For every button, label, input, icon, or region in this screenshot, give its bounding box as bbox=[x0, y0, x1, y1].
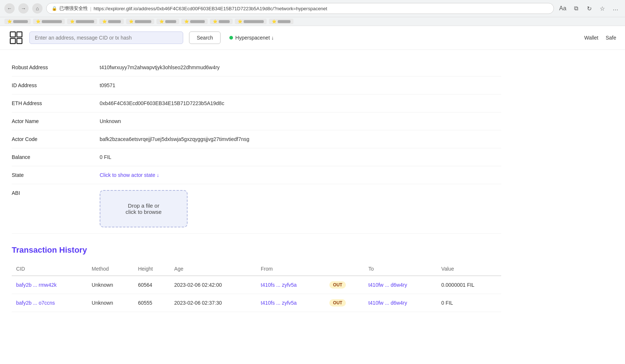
id-address-value: t09571 bbox=[100, 82, 115, 88]
search-input[interactable] bbox=[29, 31, 183, 44]
col-cid: CID bbox=[12, 262, 87, 276]
network-selector[interactable]: Hyperspacenet ↓ bbox=[229, 35, 274, 41]
bookmark-1[interactable]: ⭐ bbox=[4, 19, 31, 24]
address-info-table: Robust Address t410fwrxuyy7m2ahwapvtjyk3… bbox=[12, 59, 501, 234]
extensions-button[interactable]: ⧉ bbox=[571, 3, 581, 14]
tx-to[interactable]: t410fw ... d6w4ry bbox=[364, 294, 437, 312]
tx-method: Unknown bbox=[87, 294, 133, 312]
robust-address-row: Robust Address t410fwrxuyy7m2ahwapvtjyk3… bbox=[12, 59, 501, 77]
tx-cid[interactable]: bafy2b ... o7ccns bbox=[12, 294, 87, 312]
id-address-label: ID Address bbox=[12, 82, 85, 88]
abi-dropzone[interactable]: Drop a file or click to browse bbox=[100, 190, 188, 227]
actor-name-label: Actor Name bbox=[12, 118, 85, 124]
bookmarks-bar: ⭐ ⭐ ⭐ ⭐ ⭐ ⭐ ⭐ ⭐ ⭐ ⭐ bbox=[0, 17, 625, 26]
col-value: Value bbox=[437, 262, 501, 276]
state-row: State Click to show actor state ↓ bbox=[12, 166, 501, 184]
table-row: bafy2b ... o7ccns Unknown 60555 2023-02-… bbox=[12, 294, 501, 312]
app-header: Search Hyperspacenet ↓ Wallet Safe bbox=[0, 26, 625, 50]
main-content: Robust Address t410fwrxuyy7m2ahwapvtjyk3… bbox=[0, 50, 513, 321]
url-bar[interactable]: 🔒 已增强安全性 | https://explorer.glif.io/addr… bbox=[46, 3, 554, 14]
state-link[interactable]: Click to show actor state ↓ bbox=[100, 172, 159, 178]
forward-button[interactable]: → bbox=[18, 3, 29, 14]
svg-rect-0 bbox=[10, 32, 15, 37]
eth-address-value: 0xb46F4C63Ecd00F603EB34E15B71D7223b5A19d… bbox=[100, 100, 224, 106]
abi-dropzone-text: Drop a file or click to browse bbox=[126, 203, 162, 215]
tx-from[interactable]: t410fs ... zyfv5a bbox=[256, 276, 325, 294]
actor-name-value: Unknown bbox=[100, 118, 121, 124]
balance-label: Balance bbox=[12, 154, 85, 160]
actor-code-label: Actor Code bbox=[12, 136, 85, 142]
tx-age: 2023-02-06 02:37:30 bbox=[170, 294, 256, 312]
bookmark-5[interactable]: ⭐ bbox=[126, 19, 154, 24]
refresh-button[interactable]: ↻ bbox=[584, 3, 594, 14]
favorites-button[interactable]: ☆ bbox=[597, 3, 607, 14]
tx-height: 60555 bbox=[134, 294, 170, 312]
tx-direction: OUT bbox=[325, 276, 364, 294]
search-button[interactable]: Search bbox=[189, 31, 221, 44]
tx-direction: OUT bbox=[325, 294, 364, 312]
col-direction bbox=[325, 262, 364, 276]
tx-method: Unknown bbox=[87, 276, 133, 294]
balance-value: 0 FIL bbox=[100, 154, 111, 160]
bookmark-8[interactable]: ⭐ bbox=[210, 19, 233, 24]
svg-rect-3 bbox=[17, 38, 22, 44]
robust-address-value: t410fwrxuyy7m2ahwapvtjyk3ohlseo22dhmmud6… bbox=[100, 64, 220, 70]
header-nav-links: Wallet Safe bbox=[584, 35, 616, 41]
browser-action-buttons: Aa ⧉ ↻ ☆ … bbox=[558, 3, 621, 14]
security-label: 已增强安全性 bbox=[59, 5, 88, 12]
translate-button[interactable]: Aa bbox=[558, 3, 568, 14]
id-address-row: ID Address t09571 bbox=[12, 77, 501, 94]
col-to: To bbox=[364, 262, 437, 276]
state-label: State bbox=[12, 172, 85, 178]
actor-code-row: Actor Code bafk2bzacea6etsvrqejjl7uej5dx… bbox=[12, 130, 501, 148]
safe-link[interactable]: Safe bbox=[606, 35, 616, 41]
network-name: Hyperspacenet ↓ bbox=[235, 35, 274, 41]
robust-address-label: Robust Address bbox=[12, 64, 85, 70]
col-from: From bbox=[256, 262, 325, 276]
bookmark-6[interactable]: ⭐ bbox=[156, 19, 179, 24]
network-status-dot bbox=[229, 36, 233, 40]
tx-value: 0 FIL bbox=[437, 294, 501, 312]
bookmark-9[interactable]: ⭐ bbox=[235, 19, 267, 24]
abi-row: ABI Drop a file or click to browse bbox=[12, 184, 501, 234]
abi-label: ABI bbox=[12, 190, 85, 196]
direction-badge: OUT bbox=[329, 299, 346, 307]
wallet-link[interactable]: Wallet bbox=[584, 35, 598, 41]
direction-badge: OUT bbox=[329, 281, 346, 289]
bookmark-10[interactable]: ⭐ bbox=[269, 19, 293, 24]
svg-rect-2 bbox=[10, 38, 15, 44]
transaction-history-title: Transaction History bbox=[12, 245, 501, 255]
table-row: bafy2b ... rmw42k Unknown 60564 2023-02-… bbox=[12, 276, 501, 294]
security-icon: 🔒 bbox=[52, 6, 57, 11]
logo[interactable] bbox=[9, 30, 23, 45]
bookmark-3[interactable]: ⭐ bbox=[67, 19, 97, 24]
bookmark-7[interactable]: ⭐ bbox=[181, 19, 208, 24]
tx-height: 60564 bbox=[134, 276, 170, 294]
transaction-history-section: Transaction History CID Method Height Ag… bbox=[12, 245, 501, 312]
col-height: Height bbox=[134, 262, 170, 276]
actor-name-row: Actor Name Unknown bbox=[12, 112, 501, 130]
eth-address-row: ETH Address 0xb46F4C63Ecd00F603EB34E15B7… bbox=[12, 94, 501, 112]
svg-rect-1 bbox=[17, 32, 22, 37]
home-button[interactable]: ⌂ bbox=[32, 3, 42, 14]
menu-button[interactable]: … bbox=[610, 3, 621, 14]
back-button[interactable]: ← bbox=[4, 3, 15, 14]
tx-value: 0.0000001 FIL bbox=[437, 276, 501, 294]
col-age: Age bbox=[170, 262, 256, 276]
balance-row: Balance 0 FIL bbox=[12, 148, 501, 166]
browser-chrome: ← → ⌂ 🔒 已增强安全性 | https://explorer.glif.i… bbox=[0, 0, 625, 17]
actor-code-value: bafk2bzacea6etsvrqejjl7uej5dxlswja5gxzqy… bbox=[100, 136, 249, 142]
bookmark-2[interactable]: ⭐ bbox=[33, 19, 65, 24]
transaction-table: CID Method Height Age From To Value bafy… bbox=[12, 262, 501, 312]
url-text: https://explorer.glif.io/address/0xb46F4… bbox=[93, 6, 327, 11]
bookmark-4[interactable]: ⭐ bbox=[99, 19, 124, 24]
tx-cid[interactable]: bafy2b ... rmw42k bbox=[12, 276, 87, 294]
tx-from[interactable]: t410fs ... zyfv5a bbox=[256, 294, 325, 312]
col-method: Method bbox=[87, 262, 133, 276]
eth-address-label: ETH Address bbox=[12, 100, 85, 106]
tx-to[interactable]: t410fw ... d6w4ry bbox=[364, 276, 437, 294]
tx-age: 2023-02-06 02:42:00 bbox=[170, 276, 256, 294]
